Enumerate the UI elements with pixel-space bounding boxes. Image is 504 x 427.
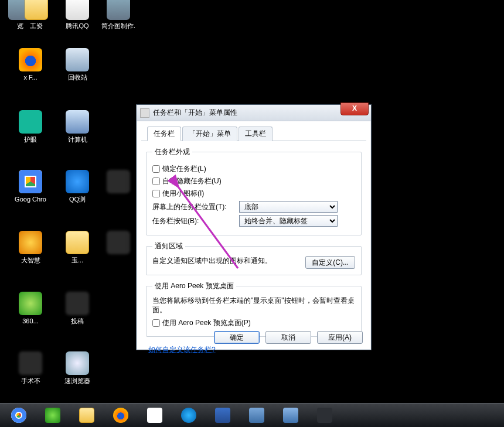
- qq-icon: [181, 408, 196, 423]
- picture-icon: [249, 408, 264, 423]
- customize-button[interactable]: 自定义(C)...: [305, 256, 355, 269]
- desktop-icon[interactable]: 回收站: [57, 48, 97, 81]
- computer-icon: [66, 110, 89, 134]
- desktop-icon[interactable]: 简介图制作.: [98, 0, 138, 30]
- aeropeek-desc: 当您将鼠标移动到任务栏末端的"显示桌面"按钮时，会暂时查看桌面。: [152, 296, 355, 315]
- desktop-icon[interactable]: 计算机: [57, 110, 97, 144]
- taskbar-buttons-select[interactable]: 始终合并、隐藏标签: [239, 215, 338, 227]
- titlebar[interactable]: 任务栏和「开始」菜单属性 X: [137, 105, 371, 121]
- generic-icon: [107, 0, 130, 20]
- taskbar-item-document[interactable]: [138, 405, 171, 425]
- taskbar-item-photos[interactable]: [274, 405, 307, 425]
- ok-button[interactable]: 确定: [214, 331, 260, 344]
- tab-pane: 任务栏外观 锁定任务栏(L) 自动隐藏任务栏(U) 使用小图标(I) 屏幕上的任…: [137, 141, 371, 361]
- firefox-icon: [113, 408, 128, 423]
- chrome-icon: [19, 170, 42, 193]
- group-notification-legend: 通知区域: [152, 241, 185, 251]
- desktop-icon[interactable]: Goog Chro: [11, 170, 50, 203]
- taskbar-item-explorer[interactable]: [70, 405, 103, 425]
- tabs: 任务栏 「开始」菜单 工具栏: [141, 121, 366, 141]
- taskbar-item-360[interactable]: [36, 405, 69, 425]
- taskbar-item-word[interactable]: [206, 405, 239, 425]
- taskbar-item-other[interactable]: [308, 405, 341, 425]
- taskbar-item-chrome[interactable]: [2, 405, 35, 425]
- desktop-icon[interactable]: 投稿: [57, 292, 97, 325]
- desktop-icon[interactable]: 工资: [16, 0, 56, 30]
- blurred-icon: [107, 170, 130, 193]
- desktop-icon[interactable]: 大智慧: [11, 231, 50, 264]
- taskbar-position-label: 屏幕上的任务栏位置(T):: [152, 202, 239, 212]
- document-icon: [147, 408, 162, 423]
- taskbar-item-picture[interactable]: [240, 405, 273, 425]
- close-button[interactable]: X: [340, 103, 369, 115]
- dazhihui-icon: [19, 231, 42, 254]
- tab-toolbars[interactable]: 工具栏: [239, 127, 273, 141]
- desktop-icon[interactable]: x F...: [11, 48, 50, 81]
- qq-icon: [66, 0, 89, 20]
- tab-startmenu[interactable]: 「开始」菜单: [182, 127, 237, 141]
- taskbar-position-select[interactable]: 底部: [239, 201, 338, 213]
- desktop-icon[interactable]: QQ浏: [57, 170, 97, 203]
- group-notification: 通知区域 自定义通知区域中出现的图标和通知。 自定义(C)...: [146, 241, 362, 275]
- lock-taskbar-checkbox[interactable]: 锁定任务栏(L): [152, 164, 206, 174]
- desktop-icon[interactable]: 护眼: [11, 110, 50, 144]
- desktop-icon[interactable]: 手术不: [11, 351, 50, 385]
- eyecare-icon: [19, 110, 42, 134]
- photos-icon: [283, 408, 298, 423]
- desktop-icon[interactable]: 玉...: [57, 231, 97, 264]
- small-icons-checkbox[interactable]: 使用小图标(I): [152, 189, 204, 199]
- blurred-icon: [107, 231, 130, 254]
- desktop-icon[interactable]: 速浏览器: [57, 351, 97, 385]
- qqbrowser-icon: [66, 170, 89, 193]
- aeropeek-checkbox[interactable]: 使用 Aero Peek 预览桌面(P): [152, 318, 251, 328]
- taskbar-item-firefox[interactable]: [104, 405, 137, 425]
- blurred-icon: [66, 292, 89, 315]
- apply-button[interactable]: 应用(A): [317, 331, 363, 344]
- group-appearance-legend: 任务栏外观: [152, 147, 192, 157]
- desktop-icon[interactable]: 360...: [11, 292, 50, 325]
- window-icon: [140, 108, 149, 118]
- notification-desc: 自定义通知区域中出现的图标和通知。: [152, 256, 272, 265]
- desktop-icon[interactable]: [98, 231, 138, 257]
- window-title: 任务栏和「开始」菜单属性: [153, 108, 237, 118]
- desktop-icon[interactable]: 腾讯QQ: [57, 0, 97, 30]
- word-icon: [215, 408, 230, 423]
- group-aeropeek-legend: 使用 Aero Peek 预览桌面: [152, 281, 236, 291]
- dialog-buttons: 确定 取消 应用(A): [214, 331, 363, 344]
- tab-taskbar[interactable]: 任务栏: [147, 127, 181, 141]
- group-aeropeek: 使用 Aero Peek 预览桌面 当您将鼠标移动到任务栏末端的"显示桌面"按钮…: [146, 281, 362, 337]
- shield-icon: [45, 408, 60, 423]
- explorer-icon: [79, 408, 94, 423]
- chrome-icon: [11, 408, 26, 423]
- desktop-icon[interactable]: [98, 170, 138, 196]
- cancel-button[interactable]: 取消: [265, 331, 311, 344]
- blurred-icon: [19, 351, 42, 375]
- recycle-bin-icon: [66, 48, 89, 71]
- firefox-icon: [19, 48, 42, 71]
- folder-icon: [25, 0, 48, 20]
- taskbar-properties-dialog: 任务栏和「开始」菜单属性 X 任务栏 「开始」菜单 工具栏 任务栏外观 锁定任务…: [136, 104, 372, 350]
- sogou-icon: [66, 351, 89, 375]
- howto-link[interactable]: 如何自定义该任务栏?: [148, 345, 216, 355]
- app-icon: [317, 408, 332, 423]
- 360safe-icon: [19, 292, 42, 315]
- autohide-taskbar-checkbox[interactable]: 自动隐藏任务栏(U): [152, 176, 222, 186]
- group-appearance: 任务栏外观 锁定任务栏(L) 自动隐藏任务栏(U) 使用小图标(I) 屏幕上的任…: [146, 147, 362, 235]
- taskbar-buttons-label: 任务栏按钮(B):: [152, 216, 239, 226]
- folder-icon: [66, 231, 89, 254]
- taskbar: [0, 403, 504, 427]
- taskbar-item-qq[interactable]: [172, 405, 205, 425]
